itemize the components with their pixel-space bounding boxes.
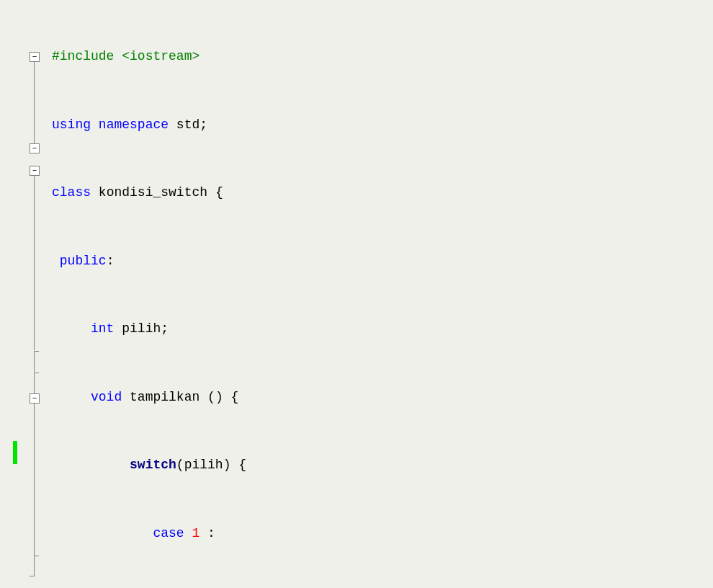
- fold-toggle-class[interactable]: −: [30, 52, 40, 62]
- fold-toggle-switch[interactable]: −: [30, 166, 40, 176]
- change-bar: [13, 441, 17, 464]
- code-line: public:: [52, 250, 713, 273]
- code-line: int pilih;: [52, 318, 713, 341]
- gutter: − − − −: [0, 0, 52, 588]
- code-line: #include <iostream>: [52, 45, 713, 68]
- code-line: void tampilkan () {: [52, 386, 713, 409]
- code-line: using namespace std;: [52, 114, 713, 137]
- code-area[interactable]: #include <iostream> using namespace std;…: [52, 0, 713, 588]
- code-line: case 1 :: [52, 522, 713, 545]
- fold-toggle-fn1[interactable]: −: [30, 143, 40, 153]
- code-editor[interactable]: − − − − #include <iostream> using namesp…: [0, 0, 713, 588]
- fold-toggle-fn2[interactable]: −: [30, 393, 40, 404]
- code-line: class kondisi_switch {: [52, 182, 713, 205]
- code-line: switch(pilih) {: [52, 454, 713, 477]
